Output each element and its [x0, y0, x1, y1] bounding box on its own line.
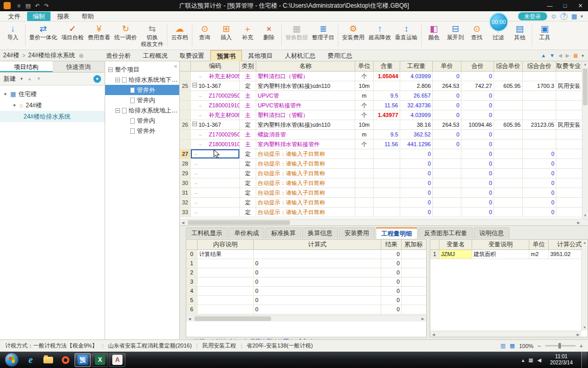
calc-row[interactable]: 1 0 0: [186, 259, 426, 268]
qty-cell[interactable]: 11.56: [374, 140, 400, 149]
calc-rownum-cell[interactable]: 6: [186, 305, 198, 314]
qty-cell[interactable]: 11.56: [374, 101, 400, 110]
quantity-cell[interactable]: 0: [400, 208, 433, 217]
spreadsheet-row[interactable]: 26 10-1-367 定 室内塑料排水管(粘接)≤dn110 10m 38.1…: [180, 120, 582, 130]
calc-row[interactable]: 6 0 0: [186, 305, 426, 314]
scrollbar-thumb[interactable]: [194, 316, 271, 321]
detail-tab[interactable]: 单价构成: [229, 227, 264, 239]
profession-cell[interactable]: 民用安装工程: [556, 81, 581, 90]
zoom-slider-knob[interactable]: [558, 343, 561, 349]
unit-cell[interactable]: [355, 178, 374, 188]
code-cell[interactable]: [191, 178, 240, 188]
quantity-cell[interactable]: 26.657: [400, 91, 433, 100]
calc-expr-cell[interactable]: 0: [254, 278, 381, 286]
comp-price-cell[interactable]: [494, 169, 523, 178]
tree-item[interactable]: ▾ ▦ 住宅楼: [0, 88, 105, 100]
price-cell[interactable]: [433, 149, 461, 158]
quantity-cell[interactable]: 0: [400, 159, 433, 168]
quantity-cell[interactable]: 38.16: [400, 120, 433, 129]
comp-price-cell[interactable]: [494, 91, 523, 100]
code-cell[interactable]: [191, 198, 240, 207]
profession-cell[interactable]: [556, 208, 581, 217]
row-number-cell[interactable]: 33: [180, 208, 191, 217]
toolbar-button[interactable]: ↻ 统一调价: [112, 22, 139, 49]
calc-desc-cell[interactable]: [198, 259, 254, 268]
profession-cell[interactable]: [556, 188, 581, 197]
toolbar-button[interactable]: ⇄ 量价一体化: [27, 22, 59, 49]
row-number-cell[interactable]: 30: [180, 178, 191, 188]
toolbar-button[interactable]: ⊙ 查询: [194, 22, 215, 49]
comp-price-cell[interactable]: [494, 159, 523, 168]
profession-cell[interactable]: [556, 110, 581, 120]
calc-result-cell[interactable]: 0: [381, 268, 402, 277]
toolbar-button[interactable]: ＋ 补充: [237, 22, 258, 49]
calc-accumulate-cell[interactable]: [402, 305, 425, 314]
quantity-cell[interactable]: 0: [400, 188, 433, 197]
calc-row[interactable]: 4 0 0: [186, 287, 426, 296]
browser-button[interactable]: [57, 353, 74, 367]
type-cell[interactable]: 定: [240, 149, 256, 158]
budget-tree-item[interactable]: 给排水系统地下…: [105, 75, 179, 85]
comp-total-cell[interactable]: [523, 101, 556, 110]
comp-total-cell[interactable]: 23123.05: [523, 120, 556, 129]
quantity-cell[interactable]: 32.43736: [400, 101, 433, 110]
breadcrumb-item[interactable]: 24#楼: [3, 51, 19, 60]
zoom-out-icon[interactable]: −: [537, 343, 541, 349]
move-down-icon[interactable]: ▼: [36, 76, 41, 81]
comp-price-cell[interactable]: [494, 149, 523, 158]
toolbar-button[interactable]: ☁ 云存档: [169, 22, 190, 49]
code-cell[interactable]: 10-1-367: [191, 120, 240, 129]
document-tab[interactable]: 费用汇总: [322, 50, 358, 61]
profession-cell[interactable]: [556, 198, 581, 207]
budget-tree-item[interactable]: 整个项目: [105, 64, 179, 75]
scrollbar-thumb[interactable]: [583, 68, 587, 105]
chevron-down-icon[interactable]: ▾: [580, 14, 583, 19]
redo-icon[interactable]: ↷: [42, 0, 51, 11]
quantity-cell[interactable]: 0: [400, 198, 433, 207]
expand-caret-icon[interactable]: ▾: [4, 91, 10, 97]
sidebar-tab[interactable]: 快速查询: [53, 61, 105, 72]
locate-icon[interactable]: ●: [93, 75, 101, 83]
scroll-left-icon[interactable]: ◀: [186, 315, 193, 322]
var-horizontal-scrollbar[interactable]: ◀ ▶: [430, 331, 581, 337]
quantity-cell[interactable]: 0: [400, 178, 433, 188]
qty-cell[interactable]: [374, 188, 400, 197]
scroll-right-icon[interactable]: ▶: [575, 331, 581, 337]
toolbar-button[interactable]: [421, 24, 422, 47]
quantity-cell[interactable]: 441.1296: [400, 140, 433, 149]
spreadsheet-row[interactable]: Z1700029504 主 螺旋消音管 m 9.5 362.52 0 0: [180, 130, 582, 140]
comp-total-cell[interactable]: [523, 72, 556, 81]
calc-expr-cell[interactable]: 0: [254, 305, 381, 314]
comp-price-cell[interactable]: [494, 72, 523, 81]
unit-cell[interactable]: [355, 208, 374, 217]
variable-row[interactable]: 1 JZMJ 建筑面积 m2 3951.02: [430, 250, 588, 259]
toolbar-button[interactable]: [167, 24, 167, 47]
detail-tab[interactable]: 换算信息: [302, 227, 338, 239]
qty-cell[interactable]: [374, 149, 400, 158]
view-grid-icon[interactable]: ▦: [510, 342, 515, 349]
collapse-panel-icon[interactable]: «: [174, 63, 177, 69]
profession-cell[interactable]: [556, 159, 581, 168]
unit-cell[interactable]: [355, 159, 374, 168]
toolbar-button[interactable]: ▤ 其他: [509, 22, 530, 49]
close-button[interactable]: ✕: [573, 0, 588, 11]
profession-cell[interactable]: [556, 72, 581, 81]
type-cell[interactable]: 定: [240, 169, 256, 178]
comp-total-cell[interactable]: 0: [523, 208, 556, 217]
view-grid-icon[interactable]: ▦: [573, 53, 578, 58]
code-cell[interactable]: [191, 159, 240, 168]
row-number-cell[interactable]: 28: [180, 159, 191, 168]
type-cell[interactable]: 定: [240, 159, 256, 168]
clock[interactable]: 11:01 2022/3/14: [546, 354, 578, 366]
detail-tab[interactable]: 反查图形工程量: [419, 227, 473, 239]
calc-rownum-cell[interactable]: 2: [186, 268, 198, 277]
menu-icon[interactable]: ≡: [14, 0, 23, 11]
toolbar-button[interactable]: ◧ 颜色: [423, 22, 445, 49]
qty-cell[interactable]: [374, 208, 400, 217]
calc-result-cell[interactable]: 0: [381, 305, 402, 314]
menu-item[interactable]: 帮助: [76, 12, 100, 21]
toolbar-button[interactable]: ▣ 工具: [534, 22, 555, 49]
unit-cell[interactable]: 10m: [355, 81, 374, 90]
price-cell[interactable]: 0: [433, 110, 461, 120]
type-cell[interactable]: 主: [240, 110, 256, 120]
